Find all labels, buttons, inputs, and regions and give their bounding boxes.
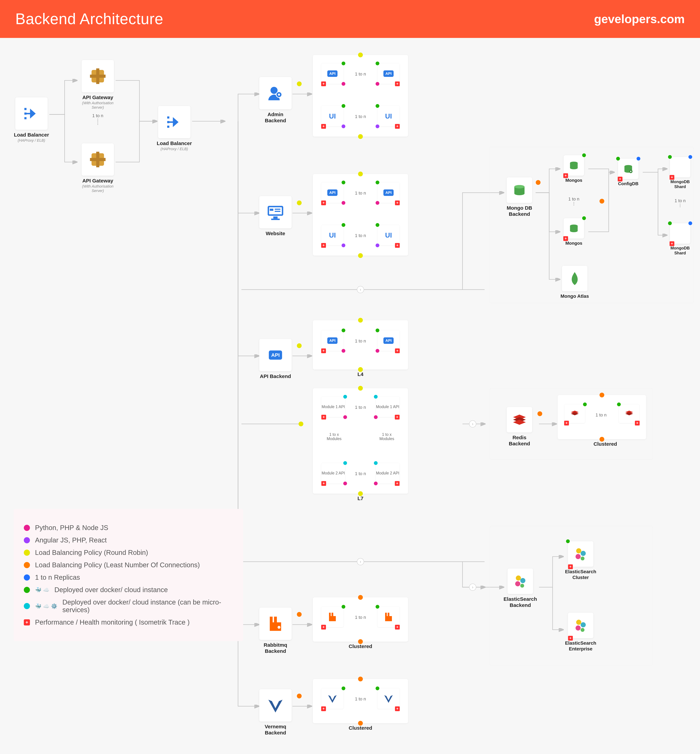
node-label: ConfigDB [614,181,643,186]
dot-cyan [374,461,378,465]
dot-orange [600,393,604,397]
svg-rect-4 [24,113,27,115]
rabbit-box: + [377,607,400,627]
legend-dot [24,525,30,531]
node-sublabel: (HAProxy / ELB) [156,147,192,151]
svg-rect-20 [273,216,278,219]
node-load-balancer-2: Load Balancer (HAProxy / ELB) [156,106,192,151]
plus-icon: + [321,124,326,129]
dot-green [342,61,345,65]
group-label: Clustered [344,643,377,649]
node-label: Rabbitmq Backend [258,642,292,654]
api-box: API + [321,63,344,84]
mongodb-icon: + [564,218,584,239]
dot-green [668,221,672,225]
node-mongos-1: + Mongos [559,155,588,183]
plus-icon: + [670,175,674,180]
dot-yellow [358,253,363,258]
dot-orange [358,595,363,600]
group-api-l4: API + 1 to n API + [313,320,408,369]
legend-dot [24,562,30,568]
plus-icon: + [395,706,400,711]
node-label: ElasticSearch Enterprise [563,640,598,652]
svg-point-17 [278,94,280,96]
legend-text: Deployed over docker/ cloud instance [55,586,168,594]
node-label: Admin Backend [258,111,292,124]
svg-rect-12 [167,116,169,119]
node-website: Website [258,196,292,236]
plus-icon: + [395,243,400,248]
api-icon: API [259,339,292,371]
node-label: API Gateway [78,94,117,100]
range-label: 1 to n [350,615,371,620]
node-label: MongoDB Shard [667,246,694,256]
legend-text: 1 to n Replicas [35,574,80,581]
legend-text: Deployed over docker/ cloud instance (ca… [62,598,233,614]
dot-purple [376,244,379,247]
api-box: API + [377,63,400,84]
plus-icon: + [321,706,326,711]
dot-green [342,605,345,609]
dot-pink [342,349,345,353]
node-redis-backend: Redis Backend [503,407,536,447]
plus-icon: + [395,349,400,353]
dot-yellow [358,134,363,139]
plus-icon: + [321,349,326,353]
elasticsearch-icon: + [568,541,594,567]
node-load-balancer-1: Load Balancer (HAProxy / ELB) [14,97,49,143]
ui-box: UI + [377,106,400,126]
dot-cyan [343,461,347,465]
dot-pink [343,482,347,485]
configdb-icon: + [618,159,639,179]
dot-green [582,216,586,220]
dot-yellow [358,53,363,57]
svg-point-33 [516,576,521,580]
dot-pink [376,201,379,205]
legend-text: Python, PHP & Node JS [35,524,108,532]
node-es-cluster: + ElasticSearch Cluster [563,541,598,580]
range-label: 1 to n [350,233,371,239]
range-label: 1 to n [563,196,585,205]
svg-point-36 [520,584,524,588]
group-rabbit-cluster: + 1 to n + [313,598,408,641]
rabbitmq-icon [259,608,292,640]
dot-green [582,153,586,157]
dot-pink [343,415,347,419]
node-label: MongoDB Shard [667,179,694,189]
dot-blue [637,157,640,161]
legend-text: Load Balancing Policy (Least Number Of C… [35,561,200,569]
module-box: Module 1 API + [376,397,400,417]
module-box: Module 2 API + [376,463,400,483]
legend-row: Angular JS, PHP, React [24,537,233,544]
legend-row: 🐳☁️⚙️Deployed over docker/ cloud instanc… [24,598,233,614]
group-vernemq-cluster: + 1 to n + [313,679,408,723]
vernemq-box: + [377,688,400,709]
ui-box: UI + [321,225,344,246]
mongodb-icon [507,177,532,203]
dot-green [376,687,379,690]
node-label: Load Balancer [14,132,49,138]
node-sublabel: (With Authorisation Server) [78,101,117,110]
dot-cyan [343,395,347,399]
dot-green [376,181,379,185]
plus-icon: + [321,200,326,205]
svg-rect-22 [270,209,273,211]
legend-dot [24,574,30,580]
plus-icon: + [563,236,568,241]
range-label: 1 to n [350,114,371,120]
group-label: L7 [350,495,371,502]
deploy-icons: 🐳☁️ [35,587,49,593]
api-gateway-icon [81,143,114,176]
range-label: 1 to n [350,190,371,196]
svg-rect-5 [24,117,27,119]
legend: Python, PHP & Node JSAngular JS, PHP, Re… [14,509,243,641]
range-label: 1 to n [351,471,370,477]
load-balancer-icon [15,97,48,130]
svg-rect-21 [271,219,280,220]
plus-icon: + [395,124,400,129]
api-box: API + [321,330,344,351]
dot-purple [376,125,379,128]
legend-text: Angular JS, PHP, React [35,537,107,544]
plus-icon: + [321,415,326,419]
node-label: API Backend [258,373,292,379]
